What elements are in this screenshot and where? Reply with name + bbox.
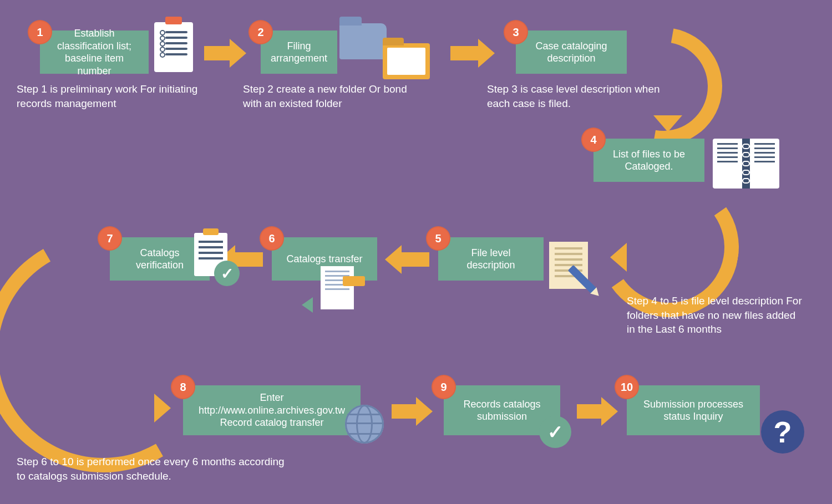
arrow-2-3: [450, 39, 495, 68]
notebook-icon: [713, 139, 779, 189]
step-1-box: Establish classification list; baseline …: [40, 30, 149, 74]
arrow-9-10: [577, 397, 618, 426]
step-10-box: Submission processes status Inquiry: [627, 385, 760, 435]
step-1-number: 1: [28, 20, 52, 44]
clipboard-icon: [154, 22, 193, 72]
document-transfer-icon: [321, 266, 354, 309]
step-6-number: 6: [260, 226, 284, 251]
step-2-number: 2: [248, 20, 273, 44]
step-10-number: 10: [615, 375, 639, 399]
step-4-box: List of files to be Cataloged.: [593, 139, 704, 182]
question-mark-icon: ?: [761, 410, 804, 454]
step-4-5-caption: Step 4 to 5 is file level description Fo…: [627, 294, 804, 337]
step-5-number: 5: [426, 226, 450, 251]
step-5-box: File level description: [438, 237, 544, 281]
checkmark-badge-icon: ✓: [539, 416, 571, 448]
step-2-caption: Step 2 create a new folder Or bond with …: [243, 82, 420, 110]
arrow-5-6: [385, 245, 429, 274]
arrow-8-9: [392, 397, 433, 426]
paper-pencil-icon: [549, 242, 588, 289]
footer-caption: Step 6 to 10 is performed once every 6 m…: [17, 455, 294, 483]
mini-arrow-icon: [302, 297, 313, 313]
arrow-3-4-head: [653, 115, 682, 132]
arrow-4-5-head: [610, 243, 627, 272]
globe-icon: [345, 405, 384, 444]
arrow-1-2: [204, 39, 246, 68]
step-3-number: 3: [504, 20, 528, 44]
folder-closed-icon: [339, 23, 387, 59]
checkmark-badge-icon: ✓: [214, 261, 240, 286]
step-9-number: 9: [432, 375, 456, 399]
arrow-7-8-head: [154, 394, 171, 422]
step-4-number: 4: [581, 128, 606, 152]
step-8-box: Enter http://www.online.archives.gov.tw …: [183, 385, 361, 435]
step-2-box: Filing arrangement: [261, 30, 337, 74]
step-8-number: 8: [171, 375, 195, 399]
flow-diagram: Establish classification list; baseline …: [0, 0, 832, 504]
step-1-caption: Step 1 is preliminary work For initiatin…: [17, 82, 205, 110]
folder-open-icon: [383, 43, 430, 79]
